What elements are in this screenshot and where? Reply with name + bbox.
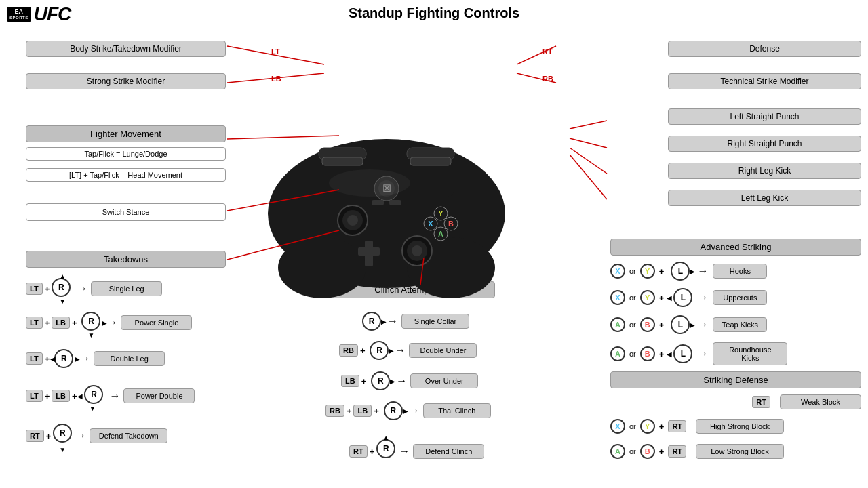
double-under-combo: RB + R ▶ → Double Under	[339, 341, 477, 360]
low-strong-block-combo: A or B + RT Low Strong Block	[610, 444, 861, 459]
svg-text:Y: Y	[438, 209, 443, 218]
svg-line-39	[570, 121, 607, 129]
weak-block-combo: RT Weak Block	[610, 394, 861, 409]
striking-defense-header: Striking Defense	[610, 371, 861, 388]
svg-text:LB: LB	[271, 75, 281, 83]
svg-text:X: X	[428, 220, 433, 228]
svg-point-13	[347, 215, 358, 226]
lb-label: Strong Strike Modifier	[26, 73, 226, 89]
svg-text:LT: LT	[271, 47, 280, 56]
svg-line-31	[227, 46, 324, 64]
rt-label: Defense	[668, 41, 861, 57]
svg-rect-6	[322, 157, 363, 165]
svg-point-16	[412, 245, 422, 256]
advanced-striking-header: Advanced Striking	[610, 239, 861, 256]
a-button-label: Left Leg Kick	[668, 190, 861, 206]
svg-text:B: B	[448, 220, 454, 228]
y-button-label: Left Straight Punch	[668, 108, 861, 125]
roundhouse-kicks-combo: A or B + ◀ L → Roundhouse Kicks	[610, 342, 861, 365]
switch-stance-label: Switch Stance	[26, 203, 226, 221]
rb-label: Technical Strike Modifier	[668, 73, 861, 89]
over-under-combo: LB + R ▶ → Over Under	[341, 371, 478, 390]
lt-label: Body Strike/Takedown Modifier	[26, 41, 226, 57]
fighter-movement-header: Fighter Movement	[26, 125, 226, 142]
high-strong-block-combo: X or Y + RT High Strong Block	[610, 419, 861, 434]
svg-text:RB: RB	[542, 75, 553, 83]
defend-takedown-combo: RT + R ▼ → Defend Takedown	[26, 424, 167, 448]
uppercuts-combo: X or Y + ◀ L → Uppercuts	[610, 288, 861, 307]
power-single-combo: LT + LB + R ▶ ▼ → Power Single	[26, 312, 192, 333]
svg-text:A: A	[438, 230, 443, 238]
single-collar-combo: R ▶ → Single Collar	[359, 312, 469, 331]
lt-trigger: LT	[26, 283, 43, 295]
svg-line-42	[570, 155, 607, 199]
svg-line-37	[517, 73, 556, 83]
single-leg-label: Single Leg	[91, 281, 162, 296]
teap-kicks-combo: A or B + L ▶ → Teap Kicks	[610, 315, 861, 334]
single-leg-combo: LT + R ▲ ▼ → Single Leg	[26, 278, 162, 300]
b-button-label: Right Leg Kick	[668, 163, 861, 179]
takedowns-header: Takedowns	[26, 251, 226, 268]
svg-rect-7	[410, 157, 451, 165]
svg-text:RT: RT	[542, 47, 553, 56]
svg-line-40	[570, 138, 607, 148]
x-button-label: Right Straight Punch	[668, 136, 861, 152]
page-title: Standup Fighting Controls	[0, 0, 868, 21]
svg-rect-27	[372, 200, 384, 205]
double-leg-combo: LT + R ▶ ◀ → Double Leg	[26, 349, 165, 368]
svg-line-35	[517, 46, 556, 64]
thai-clinch-combo: RB + LB + R ▶ → Thai Clinch	[326, 401, 491, 420]
svg-rect-28	[389, 200, 401, 205]
svg-rect-18	[358, 247, 380, 256]
power-double-combo: LT + LB + ◀ R ▼ → Power Double	[26, 385, 195, 407]
svg-line-33	[227, 73, 324, 83]
hooks-combo: X or Y + L ▶ → Hooks	[610, 262, 861, 281]
controller-image: ☒ Y X B A	[258, 88, 515, 298]
defend-clinch-combo: RT + R ▲ → Defend Clinch	[349, 439, 484, 464]
fighter-movement-line2: [LT] + Tap/Flick = Head Movement	[26, 168, 226, 182]
svg-point-29	[329, 169, 410, 197]
svg-point-1	[278, 237, 366, 298]
svg-line-41	[570, 148, 607, 174]
fighter-movement-line1: Tap/Flick = Lunge/Dodge	[26, 147, 226, 161]
